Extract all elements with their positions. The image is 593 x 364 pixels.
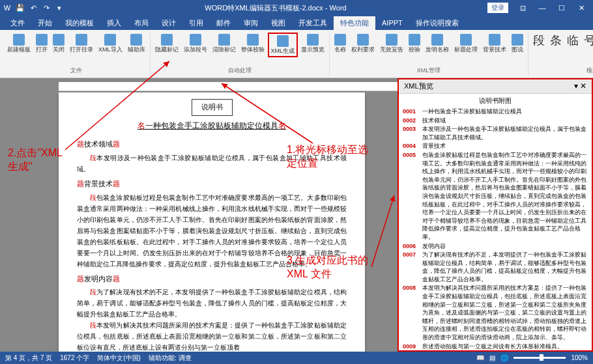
ribbon-btn-1-5[interactable]: 显示预览: [299, 33, 326, 55]
statusbar: 第 4 页，共 7 页 1672 个字 简体中文(中国) 辅助功能: 调查 📖 …: [0, 352, 593, 364]
status-words[interactable]: 1672 个字: [60, 354, 89, 363]
ribbon-btn-label: 整体校验: [241, 47, 265, 53]
status-assist[interactable]: 辅助功能: 调查: [149, 354, 192, 363]
ribbon-btn-2-0[interactable]: 名称: [332, 33, 348, 55]
ribbon-btn-label: 隐藏标记: [155, 47, 179, 53]
ribbon-btn-0-0[interactable]: 新建模板: [5, 33, 33, 55]
save-icon[interactable]: 💾: [16, 3, 25, 12]
ribbon-icon: [36, 34, 48, 46]
xml-line: 0003本发明涉及一种包装盒手工涂胶贴板辅助定位模具，属于包装盒加工辅助工具技术…: [403, 125, 588, 141]
section-heading: 题背景技术题: [77, 177, 347, 191]
ribbon-btn-0-5[interactable]: 辅助库: [126, 33, 147, 55]
ribbon-btn-1-3[interactable]: 整体校验: [239, 33, 267, 55]
ribbon-btn-1-1[interactable]: 添加段号: [182, 33, 209, 55]
xml-line: 0006发明内容: [403, 242, 588, 251]
paragraph: 段包装盒涂胶贴板过程是包装盒制作工艺中对准确度要求最高的一项工艺。大多数印刷包装…: [77, 192, 347, 270]
xml-line: 0005包装盒涂胶贴板过程是包装盒制作工艺中对准确度要求最高的一项工艺。大多数印…: [403, 151, 588, 242]
view-web-icon[interactable]: 🌐: [500, 354, 508, 361]
ribbon-char[interactable]: 段: [531, 33, 547, 48]
xml-line-text: 一种包装盒手工涂胶贴板辅助定位模具: [422, 107, 588, 116]
ribbon-btn-0-4[interactable]: XML导入: [96, 33, 124, 55]
main-title: 名一种包装盒手工涂胶贴板辅助定位模具名: [77, 119, 347, 133]
view-read-icon[interactable]: 📖: [476, 354, 484, 361]
xml-panel-title: XML预览: [404, 81, 433, 91]
ribbon-char[interactable]: 号: [582, 33, 593, 48]
ribbon-btn-2-2[interactable]: 无效宣告: [378, 33, 405, 55]
ribbon-icon: [409, 34, 420, 46]
tab-11[interactable]: 特色功能: [334, 16, 375, 30]
xml-line-num: 0007: [403, 251, 422, 283]
xml-line: 0009所述滑动拍板与第一立板之间设有长方体形标准模具。: [403, 343, 588, 350]
ribbon-btn-label: 显示预览: [301, 47, 325, 53]
ribbon-icon: [431, 34, 443, 46]
view-print-icon[interactable]: ▤: [489, 354, 495, 361]
ribbon-btn-label: 关闭: [53, 47, 65, 53]
document-page[interactable]: 说明书 名一种包装盒手工涂胶贴板辅助定位模具名 题技术领域题段本发明涉及一种包装…: [59, 92, 365, 352]
xml-line-num: 0001: [403, 107, 422, 116]
status-lang[interactable]: 简体中文(中国): [97, 354, 141, 363]
ribbon-btn-label: 发明名称: [426, 47, 449, 53]
ribbon-options-icon[interactable]: ⊡: [513, 1, 532, 14]
xml-line-text: 本发明涉及一种包装盒手工涂胶贴板辅助定位模具，属于包装盒加工辅助工具技术领域。: [422, 125, 588, 141]
xml-line: 0008本发明为解决其技术问题所采用的技术方案是：提供了一种包装盒手工涂胶贴板辅…: [403, 284, 588, 341]
ribbon-btn-0-3[interactable]: 打开目录: [68, 33, 95, 55]
maximize-icon[interactable]: ☐: [553, 1, 571, 14]
ribbon-btn-label: XML导入: [98, 47, 123, 53]
tab-5[interactable]: 设计: [155, 16, 182, 30]
paragraph: 段为了解决现有技术的不足，本发明提供了一种包装盒手工涂胶贴板辅助定位模具，结构简…: [77, 287, 347, 320]
document-area[interactable]: 说明书 名一种包装盒手工涂胶贴板辅助定位模具名 题技术领域题段本发明涉及一种包装…: [0, 78, 398, 352]
workspace: 说明书 名一种包装盒手工涂胶贴板辅助定位模具名 题技术领域题段本发明涉及一种包装…: [0, 78, 593, 352]
tab-10[interactable]: 开发工具: [292, 16, 334, 30]
tab-2[interactable]: 我的模板: [59, 16, 100, 30]
tab-6[interactable]: 引用: [182, 16, 210, 30]
tab-9[interactable]: 视图: [265, 16, 292, 30]
window-title: WORD特XML编辑器五书模板-2.docx - Word: [64, 3, 487, 13]
close-icon[interactable]: ✕: [572, 1, 590, 14]
tab-13[interactable]: 操作说明搜索: [409, 16, 465, 30]
ribbon-btn-0-1[interactable]: 打开: [34, 33, 50, 55]
login-button[interactable]: 登录: [487, 3, 508, 13]
section-heading: 题发明内容题: [77, 272, 347, 286]
minimize-icon[interactable]: —: [533, 1, 551, 14]
ribbon-group-label: XML管理: [332, 66, 525, 75]
ribbon-btn-0-2[interactable]: 关闭: [51, 33, 66, 55]
ribbon-icon: [277, 35, 289, 47]
xml-line-text: 背景技术: [422, 142, 588, 150]
ribbon-char[interactable]: 条: [548, 33, 564, 48]
tab-0[interactable]: 文件: [4, 16, 31, 30]
tab-12[interactable]: AIPPT: [375, 17, 409, 29]
redo-icon[interactable]: ↷: [42, 3, 51, 12]
xml-line: 0007为了解决现有技术的不足，本发明提供了一种包装盒手工涂胶贴板辅助定位模具，…: [403, 251, 588, 283]
ribbon-char[interactable]: 临: [565, 33, 581, 48]
tab-3[interactable]: 插入: [100, 16, 128, 30]
ribbon-btn-2-3[interactable]: 校验: [407, 33, 422, 55]
xml-panel-close-icon[interactable]: ▾ ✕: [574, 81, 586, 91]
ribbon-btn-2-4[interactable]: 发明名称: [424, 33, 451, 55]
tab-1[interactable]: 开始: [31, 16, 59, 30]
zoom-slider[interactable]: [513, 357, 566, 359]
ribbon-btn-2-1[interactable]: 权利要求: [349, 33, 377, 55]
xml-line-text: 所述滑动拍板与第一立板之间设有长方体形标准模具。: [422, 343, 588, 350]
xml-content[interactable]: 说明书附图 0001一种包装盒手工涂胶贴板辅助定位模具0002技术领域0003本…: [399, 94, 592, 350]
status-page[interactable]: 第 4 页，共 7 页: [5, 354, 52, 363]
xml-line: 0002技术领域: [403, 117, 588, 125]
zoom-level[interactable]: 100%: [571, 354, 588, 361]
undo-icon[interactable]: ↶: [29, 3, 38, 12]
qat-more-icon[interactable]: ▾: [55, 3, 64, 12]
window-controls: ⊡ — ☐ ✕: [513, 1, 590, 14]
tab-8[interactable]: 审阅: [237, 16, 265, 30]
ribbon-btn-label: 校验: [409, 47, 420, 53]
ribbon-btn-1-2[interactable]: 清除标记: [210, 33, 238, 55]
ribbon-icon: [307, 34, 319, 46]
tab-4[interactable]: 布局: [128, 16, 155, 30]
ribbon-btn-label: 背景技术: [483, 47, 506, 53]
ribbon-btn-1-0[interactable]: 隐藏标记: [153, 33, 181, 55]
ribbon-btn-2-6[interactable]: 背景技术: [481, 33, 508, 55]
ribbon-btn-label: 新建模板: [7, 47, 31, 53]
ribbon-btn-label: 名称: [334, 47, 346, 53]
tab-7[interactable]: 邮件: [210, 16, 237, 30]
ruler[interactable]: [59, 82, 398, 91]
ribbon-btn-1-4[interactable]: XML生成: [268, 33, 298, 57]
ribbon-btn-2-5[interactable]: 标题处理: [452, 33, 480, 55]
ribbon-btn-2-7[interactable]: 图说: [510, 33, 525, 55]
